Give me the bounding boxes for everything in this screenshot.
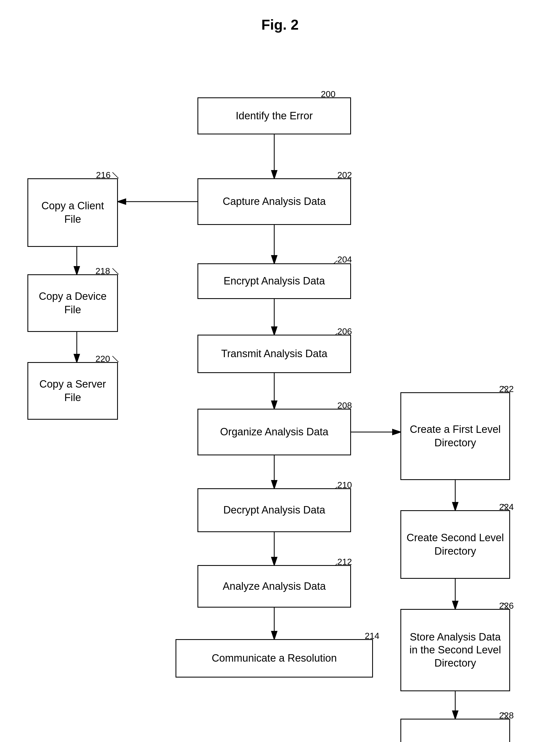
ref-210: 210 (337, 480, 352, 490)
svg-line-24 (112, 268, 118, 274)
svg-line-25 (112, 356, 118, 362)
box-encrypt-analysis: Encrypt Analysis Data (198, 263, 351, 299)
box-organize-analysis: Organize Analysis Data (198, 409, 351, 455)
ref-226: 226 (499, 601, 514, 611)
box-decrypt-analysis: Decrypt Analysis Data (198, 488, 351, 532)
box-copy-server-file: Copy a Server File (27, 362, 118, 420)
ref-208: 208 (337, 401, 352, 411)
box-create-second-level-dir: Create Second Level Directory (400, 510, 510, 579)
ref-224: 224 (499, 502, 514, 512)
ref-228: 228 (499, 710, 514, 721)
box-analyze-analysis: Analyze Analysis Data (198, 565, 351, 607)
ref-204: 204 (337, 255, 352, 265)
ref-218: 218 (96, 266, 110, 276)
box-copy-client-file: Copy a Client File (27, 178, 118, 247)
box-capture-analysis: Capture Analysis Data (198, 178, 351, 225)
ref-220: 220 (96, 354, 110, 364)
svg-line-23 (112, 172, 118, 178)
page-title: Fig. 2 (0, 0, 560, 33)
box-communicate-resolution: Communicate a Resolution (175, 639, 373, 678)
box-copy-device-file: Copy a Device File (27, 274, 118, 332)
box-transmit-analysis: Transmit Analysis Data (198, 335, 351, 373)
ref-216: 216 (96, 170, 111, 180)
box-store-on-directory: Store Analysis Data on the Directory (400, 719, 510, 742)
ref-200: 200 (321, 89, 335, 99)
box-store-second-level-dir: Store Analysis Data in the Second Level … (400, 609, 510, 691)
ref-214: 214 (365, 631, 379, 641)
box-create-first-level-dir: Create a First Level Directory (400, 392, 510, 480)
ref-212: 212 (337, 557, 352, 567)
box-identify-error: Identify the Error (198, 97, 351, 135)
ref-206: 206 (337, 326, 352, 336)
ref-202: 202 (337, 170, 352, 180)
ref-222: 222 (499, 384, 514, 394)
